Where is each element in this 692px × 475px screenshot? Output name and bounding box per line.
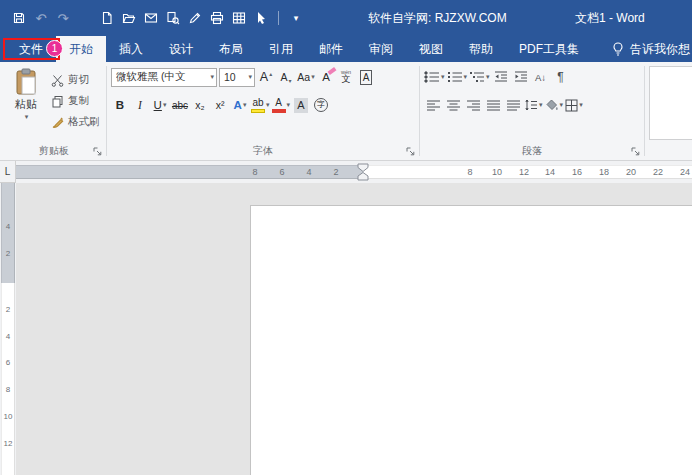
clear-formatting-button[interactable]: A [317,67,335,87]
tab-review[interactable]: 审阅 [356,36,406,62]
bullet-list-dropdown-icon[interactable]: ▾ [441,73,445,81]
underline-dropdown-icon[interactable]: ▾ [163,101,167,109]
tab-design[interactable]: 设计 [156,36,206,62]
shading-dropdown-icon[interactable]: ▾ [560,101,564,109]
font-group-label: 字体 [107,144,419,158]
distribute-button[interactable] [504,95,522,115]
paint-bucket-icon [545,99,559,111]
font-name-select[interactable]: 微软雅黑 (中文 ▾ [111,68,217,87]
show-hide-marks-button[interactable]: ¶ [552,67,570,87]
phonetic-guide-button[interactable]: wén 文 [337,67,355,87]
line-spacing-dropdown-icon[interactable]: ▾ [539,101,543,109]
decrease-indent-icon [494,71,508,83]
copy-button[interactable]: 复制 [51,92,100,110]
vertical-ruler: 4 2 2 4 6 8 10 12 [0,183,16,475]
redo-icon[interactable]: ↷ [52,7,74,29]
shading-button[interactable]: ▾ [545,95,564,115]
character-shading-button[interactable]: A [292,95,310,115]
quick-print-icon[interactable] [206,7,228,29]
font-color-button[interactable]: A ▾ [272,95,291,115]
font-name-dropdown-icon[interactable]: ▾ [210,73,214,81]
grow-font-letter: A [260,70,268,84]
align-left-icon [426,100,441,111]
tab-layout[interactable]: 布局 [206,36,256,62]
document-page[interactable] [250,205,692,475]
email-icon[interactable] [140,7,162,29]
ruler-number: 10 [0,412,16,422]
shrink-font-button[interactable]: A▾ [277,67,295,87]
align-left-button[interactable] [424,95,442,115]
styles-gallery-partial[interactable] [649,66,692,140]
tab-view[interactable]: 视图 [406,36,456,62]
select-cursor-icon[interactable] [250,7,272,29]
italic-button[interactable]: I [131,95,149,115]
tab-insert[interactable]: 插入 [106,36,156,62]
superscript-button[interactable]: x² [211,95,229,115]
change-case-button[interactable]: Aa▾ [297,67,315,87]
copy-label: 复制 [68,94,89,108]
scissors-icon [51,74,64,87]
text-effects-dropdown-icon[interactable]: ▾ [243,101,247,109]
strikethrough-button[interactable]: abc [171,95,189,115]
qat-separator [278,11,279,25]
paste-dropdown-icon[interactable]: ▾ [25,113,29,121]
new-document-icon[interactable] [96,7,118,29]
format-painter-button[interactable]: 格式刷 [51,113,100,131]
sort-button[interactable]: A↓ [532,67,550,87]
character-shading-letter: A [294,98,307,113]
print-preview-icon[interactable] [162,7,184,29]
tab-help[interactable]: 帮助 [456,36,506,62]
ruler-number: 18 [595,166,613,178]
qat-customize-dropdown-icon[interactable]: ▾ [285,7,307,29]
bold-button[interactable]: B [111,95,129,115]
tab-home[interactable]: 开始 [56,36,106,62]
borders-button[interactable]: ▾ [565,95,583,115]
subscript-button[interactable]: x₂ [191,95,209,115]
styles-group-partial [645,62,692,160]
ruler-number: 2 [327,166,345,178]
enclose-characters-button[interactable]: 字 [312,95,330,115]
align-center-button[interactable] [444,95,462,115]
underline-button[interactable]: U▾ [151,95,169,115]
open-folder-icon[interactable] [118,7,140,29]
table-icon[interactable] [228,7,250,29]
font-dialog-launcher[interactable] [404,145,416,157]
tab-references[interactable]: 引用 [256,36,306,62]
numbered-list-dropdown-icon[interactable]: ▾ [464,73,468,81]
tab-stop-selector[interactable]: L [0,161,16,183]
justify-button[interactable] [484,95,502,115]
bullet-list-icon [424,71,440,83]
cut-button[interactable]: 剪切 [51,71,100,89]
font-size-dropdown-icon[interactable]: ▾ [248,73,252,81]
undo-icon[interactable]: ↶ [30,7,52,29]
font-size-select[interactable]: 10 ▾ [219,68,255,87]
save-icon[interactable] [8,7,30,29]
paste-button[interactable]: 粘贴 ▾ [4,65,48,142]
multilevel-list-dropdown-icon[interactable]: ▾ [486,73,490,81]
tell-me-box[interactable]: 告诉我你想 [611,36,692,62]
tab-mailings[interactable]: 邮件 [306,36,356,62]
ruler-number: 6 [0,358,16,368]
decrease-indent-button[interactable] [492,67,510,87]
numbered-list-button[interactable]: ▾ [447,67,468,87]
multilevel-list-button[interactable]: ▾ [469,67,490,87]
character-border-button[interactable]: A [357,67,375,87]
clipboard-dialog-launcher[interactable] [91,145,103,157]
text-effects-button[interactable]: A▾ [231,95,249,115]
borders-dropdown-icon[interactable]: ▾ [579,101,583,109]
bullet-list-button[interactable]: ▾ [424,67,445,87]
align-right-button[interactable] [464,95,482,115]
font-color-dropdown-icon[interactable]: ▾ [287,101,291,109]
tab-pdf-tools[interactable]: PDF工具集 [506,36,592,62]
line-spacing-button[interactable]: ▾ [524,95,543,115]
font-name-value: 微软雅黑 (中文 [116,70,209,84]
highlight-dropdown-icon[interactable]: ▾ [266,101,270,109]
indent-markers[interactable] [357,163,369,181]
vruler-margin-band [1,183,15,283]
spelling-pen-icon[interactable] [184,7,206,29]
paragraph-dialog-launcher[interactable] [629,145,641,157]
ruler-number: 24 [676,166,692,178]
text-highlight-button[interactable]: ab ▾ [251,95,270,115]
grow-font-button[interactable]: A▴ [257,67,275,87]
increase-indent-button[interactable] [512,67,530,87]
